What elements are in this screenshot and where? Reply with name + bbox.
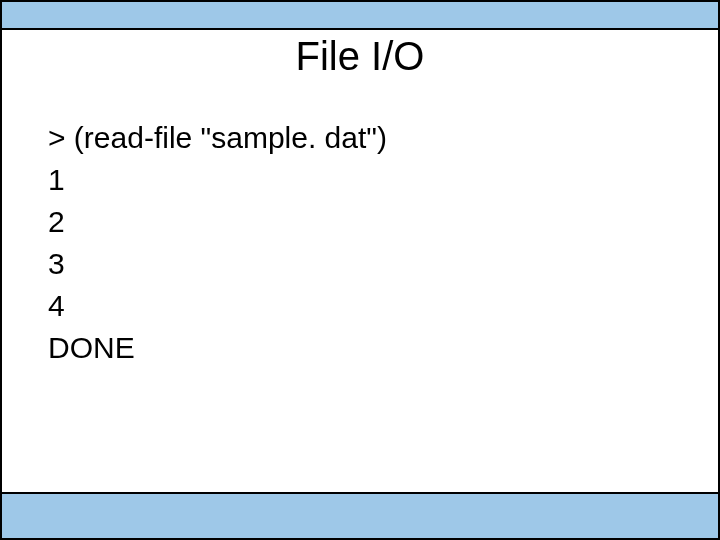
slide-title: File I/O [2,34,718,79]
bottom-band [2,492,718,538]
slide: File I/O > (read-file "sample. dat") 1 2… [0,0,720,540]
output-line: 2 [48,201,678,243]
slide-body: > (read-file "sample. dat") 1 2 3 4 DONE [48,117,678,369]
output-line: 4 [48,285,678,327]
output-line: 1 [48,159,678,201]
top-band [2,2,718,30]
output-line: 3 [48,243,678,285]
output-line: DONE [48,327,678,369]
repl-prompt-line: > (read-file "sample. dat") [48,117,678,159]
